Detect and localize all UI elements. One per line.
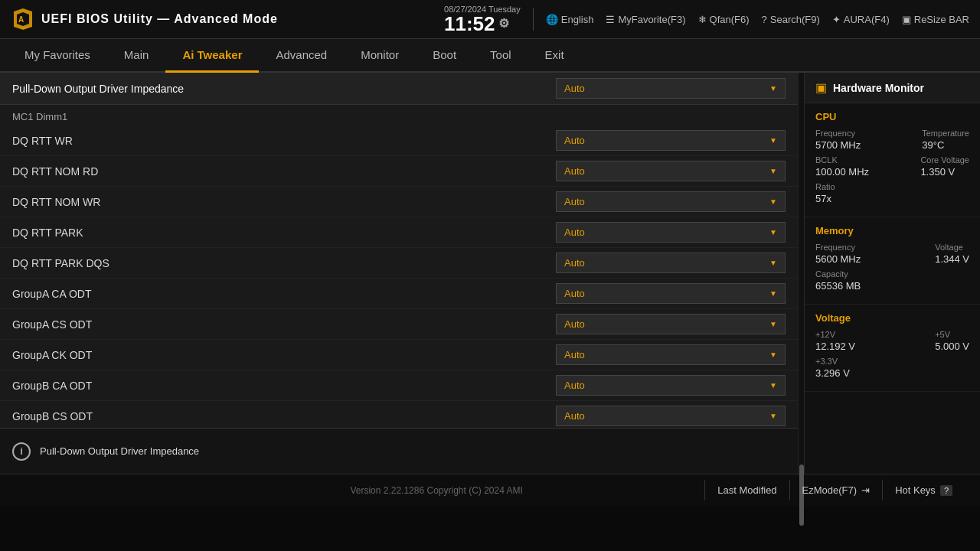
setting-row-groupa-cs-odt[interactable]: GroupA CS ODT Auto ▼ — [0, 309, 798, 340]
cpu-temperature-value: 39°C — [922, 139, 969, 151]
language-selector[interactable]: 🌐 English — [546, 14, 594, 25]
cpu-temperature-label: Temperature — [922, 129, 969, 138]
top-setting-row[interactable]: Pull-Down Output Driver Impedance Auto ▼ — [0, 73, 798, 105]
memory-capacity-value: 65536 MB — [815, 280, 861, 292]
dropdown-arrow-icon-groupa-ca-odt: ▼ — [769, 289, 777, 298]
dropdown-groupb-ca-odt[interactable]: Auto ▼ — [556, 375, 786, 396]
voltage-12v-value: 12.192 V — [815, 341, 855, 352]
app-title: UEFI BIOS Utility — Advanced Mode — [41, 12, 278, 26]
dropdown-dq-rtt-park[interactable]: Auto ▼ — [556, 222, 786, 243]
dropdown-arrow-icon-dq-rtt-park: ▼ — [769, 228, 777, 236]
nav-main[interactable]: Main — [107, 39, 166, 73]
fan-icon: ❄ — [698, 14, 707, 25]
setting-row-groupb-ca-odt[interactable]: GroupB CA ODT Auto ▼ — [0, 370, 798, 401]
info-text: Pull-Down Output Driver Impedance — [40, 445, 199, 457]
setting-row-groupa-ca-odt[interactable]: GroupA CA ODT Auto ▼ — [0, 279, 798, 309]
dropdown-arrow-icon-dq-rtt-nom-rd: ▼ — [769, 167, 777, 175]
bookmark-icon: ☰ — [606, 14, 615, 25]
header: A UEFI BIOS Utility — Advanced Mode 08/2… — [0, 0, 980, 39]
settings-list: DQ RTT WR Auto ▼ DQ RTT NOM RD Auto ▼ DQ… — [0, 126, 798, 428]
aura-button[interactable]: ✦ AURA(F4) — [832, 14, 890, 25]
voltage-33v-value: 3.296 V — [815, 367, 850, 379]
resize-icon: ▣ — [902, 14, 911, 25]
nav-exit[interactable]: Exit — [528, 39, 581, 73]
hw-monitor-title: Hardware Monitor — [833, 82, 924, 94]
cpu-ratio-value: 57x — [815, 193, 835, 204]
setting-label-dq-rtt-park: DQ RTT PARK — [12, 227, 83, 239]
dropdown-groupa-ca-odt[interactable]: Auto ▼ — [556, 283, 786, 304]
main-layout: Pull-Down Output Driver Impedance Auto ▼… — [0, 73, 980, 474]
cpu-core-voltage-label: Core Voltage — [920, 155, 969, 165]
nav-boot[interactable]: Boot — [416, 39, 473, 73]
top-setting-dropdown[interactable]: Auto ▼ — [556, 78, 786, 99]
dropdown-arrow-icon-groupa-cs-odt: ▼ — [769, 320, 777, 328]
header-toolbar: 08/27/2024 Tuesday 11:52 ⚙ 🌐 English ☰ M… — [444, 5, 969, 34]
voltage-5v-col: +5V 5.000 V — [935, 330, 969, 352]
cpu-ratio-row: Ratio 57x — [815, 182, 969, 204]
cpu-temp-col: Temperature 39°C — [922, 129, 969, 151]
monitor-icon: ▣ — [815, 80, 827, 95]
dropdown-groupb-cs-odt[interactable]: Auto ▼ — [556, 406, 786, 426]
footer-buttons: Last Modified EzMode(F7) ⇥ Hot Keys ? — [704, 480, 965, 500]
myfavorite-button[interactable]: ☰ MyFavorite(F3) — [606, 14, 685, 25]
divider — [533, 8, 534, 31]
setting-row-dq-rtt-wr[interactable]: DQ RTT WR Auto ▼ — [0, 126, 798, 156]
navbar: My Favorites Main Ai Tweaker Advanced Mo… — [0, 39, 980, 73]
setting-row-groupb-cs-odt[interactable]: GroupB CS ODT Auto ▼ — [0, 401, 798, 428]
setting-row-dq-rtt-nom-wr[interactable]: DQ RTT NOM WR Auto ▼ — [0, 187, 798, 217]
dropdown-dq-rtt-nom-wr[interactable]: Auto ▼ — [556, 191, 786, 212]
memory-capacity-row: Capacity 65536 MB — [815, 269, 969, 292]
setting-label-groupb-ca-odt: GroupB CA ODT — [12, 380, 92, 392]
nav-ai-tweaker[interactable]: Ai Tweaker — [165, 39, 259, 73]
dropdown-arrow-icon-dq-rtt-nom-wr: ▼ — [769, 197, 777, 206]
top-setting-label: Pull-Down Output Driver Impedance — [12, 83, 184, 95]
dropdown-groupa-ck-odt[interactable]: Auto ▼ — [556, 344, 786, 365]
hardware-monitor-header: ▣ Hardware Monitor — [805, 73, 980, 103]
scroll-indicator[interactable] — [798, 73, 804, 474]
resize-bar-button[interactable]: ▣ ReSize BAR — [902, 14, 969, 25]
voltage-5v-label: +5V — [935, 330, 969, 339]
dropdown-groupa-cs-odt[interactable]: Auto ▼ — [556, 314, 786, 334]
cpu-bclk-label: BCLK — [815, 155, 869, 165]
setting-label-groupa-cs-odt: GroupA CS ODT — [12, 318, 92, 331]
dropdown-dq-rtt-nom-rd[interactable]: Auto ▼ — [556, 161, 786, 181]
nav-monitor[interactable]: Monitor — [344, 39, 416, 73]
ezmode-button[interactable]: EzMode(F7) ⇥ — [789, 480, 883, 500]
setting-row-dq-rtt-park-dqs[interactable]: DQ RTT PARK DQS Auto ▼ — [0, 248, 798, 279]
hotkeys-button[interactable]: Hot Keys ? — [882, 480, 965, 500]
memory-frequency-label: Frequency — [815, 243, 861, 252]
cpu-ratio-col: Ratio 57x — [815, 182, 835, 204]
nav-my-favorites[interactable]: My Favorites — [8, 39, 107, 73]
dropdown-arrow-icon-groupb-cs-odt: ▼ — [769, 412, 777, 420]
memory-freq-voltage-row: Frequency 5600 MHz Voltage 1.344 V — [815, 243, 969, 265]
setting-row-dq-rtt-nom-rd[interactable]: DQ RTT NOM RD Auto ▼ — [0, 156, 798, 187]
dropdown-arrow-icon-groupa-ck-odt: ▼ — [769, 350, 777, 359]
search-button[interactable]: ? Search(F9) — [762, 14, 820, 25]
setting-label-dq-rtt-nom-rd: DQ RTT NOM RD — [12, 165, 98, 178]
nav-advanced[interactable]: Advanced — [259, 39, 344, 73]
setting-label-dq-rtt-wr: DQ RTT WR — [12, 135, 73, 147]
aura-icon: ✦ — [832, 14, 841, 25]
ezmode-icon: ⇥ — [861, 484, 870, 496]
memory-frequency-value: 5600 MHz — [815, 253, 861, 265]
memory-section-title: Memory — [815, 225, 969, 236]
dropdown-dq-rtt-wr[interactable]: Auto ▼ — [556, 130, 786, 151]
dropdown-arrow-icon: ▼ — [769, 84, 777, 93]
svg-text:A: A — [18, 15, 24, 24]
dropdown-dq-rtt-park-dqs[interactable]: Auto ▼ — [556, 253, 786, 273]
voltage-12v-5v-row: +12V 12.192 V +5V 5.000 V — [815, 330, 969, 352]
last-modified-button[interactable]: Last Modified — [704, 480, 789, 500]
qfan-button[interactable]: ❄ Qfan(F6) — [698, 14, 750, 25]
dropdown-arrow-icon-dq-rtt-wr: ▼ — [769, 136, 777, 145]
setting-row-dq-rtt-park[interactable]: DQ RTT PARK Auto ▼ — [0, 217, 798, 248]
info-panel: i Pull-Down Output Driver Impedance — [0, 428, 798, 474]
setting-row-groupa-ck-odt[interactable]: GroupA CK ODT Auto ▼ — [0, 340, 798, 370]
voltage-33v-row: +3.3V 3.296 V — [815, 357, 969, 379]
settings-icon[interactable]: ⚙ — [498, 18, 509, 30]
cpu-core-voltage-col: Core Voltage 1.350 V — [920, 155, 969, 178]
nav-tool[interactable]: Tool — [473, 39, 528, 73]
setting-label-groupa-ck-odt: GroupA CK ODT — [12, 349, 92, 361]
section-label: MC1 Dimm1 — [0, 105, 798, 126]
footer-copyright: Version 2.22.1286 Copyright (C) 2024 AMI — [168, 485, 704, 496]
cpu-section: CPU Frequency 5700 MHz Temperature 39°C … — [805, 103, 980, 217]
